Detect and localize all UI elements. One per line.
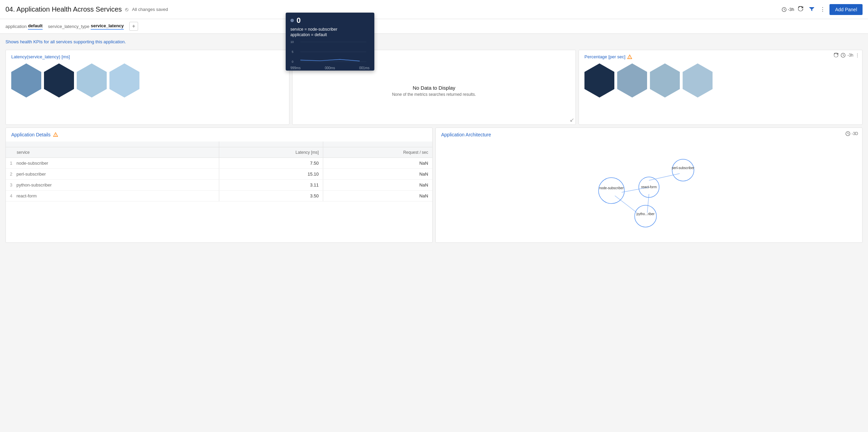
header: 04. Application Health Across Services ⎋… [0,0,868,19]
details-title: Application Details [11,132,50,137]
add-filter-button[interactable]: + [129,22,138,31]
x-label-2: 000ms [325,66,335,70]
header-left: 04. Application Health Across Services ⎋… [5,5,168,13]
clock-icon [782,7,787,12]
details-header: Application Details ! [6,128,432,141]
hex-1 [11,63,41,98]
tooltip-value: 0 [290,16,370,25]
svg-point-15 [599,178,625,204]
tooltip-dot [290,19,294,22]
application-filter[interactable]: application default [5,23,43,30]
col-request [323,141,432,147]
hex-4 [109,63,139,98]
table-row: 2perl-subscriber 15.10 NaN [6,169,432,180]
refresh-button[interactable] [797,5,805,14]
bottom-panels: Application Details ! service Latency [m… [5,128,863,243]
hex-3 [77,63,107,98]
svg-text:react-form: react-form [641,185,657,189]
filter-icon [809,6,814,12]
svg-text:pytho...riber: pytho...riber [637,212,655,216]
row-request: NaN [323,169,432,180]
error-rate-panel-actions: -3h ⋮ [834,53,859,58]
row-latency: 3.50 [219,191,323,202]
latency-panel-title: Latency(service_latency) [ms] [11,54,284,59]
latency-hexagons [11,63,284,98]
no-data-title: No Data to Display [413,85,455,91]
refresh-icon-small[interactable] [834,53,839,58]
row-latency: 3.11 [219,180,323,191]
error-rate-hexagons [584,63,857,98]
row-num: 3python-subscriber [6,180,219,191]
top-panels: Latency(service_latency) [ms] Requests [… [5,50,863,125]
row-request: NaN [323,158,432,169]
panel-more-button[interactable]: ⋮ [855,53,859,58]
err-hex-3 [650,63,680,98]
application-details-panel: Application Details ! service Latency [m… [5,128,433,243]
row-num: 4react-form [6,191,219,202]
svg-text:5: 5 [292,50,294,54]
col-service [6,141,219,147]
main-content: Shows health KPIs for all services suppo… [0,34,868,248]
err-hex-1 [584,63,614,98]
details-table: service Latency [ms] Request / sec 1node… [6,141,432,202]
tooltip-application: application = default [290,32,370,37]
header-right: -3h ⋮ Add Panel [782,4,863,15]
arch-time-range: -3D [852,131,858,136]
no-data-subtitle: None of the metrics searches returned re… [392,92,476,97]
filter-button[interactable] [808,5,816,14]
filter-bar: application default service_latency_type… [0,19,868,34]
svg-point-21 [635,205,657,227]
row-latency: 7.50 [219,158,323,169]
arch-3d-control[interactable]: -3D [845,131,858,136]
table-row: 4react-form 3.50 NaN [6,191,432,202]
row-request: NaN [323,191,432,202]
col-latency-header: Latency [ms] [219,147,323,158]
more-options-button[interactable]: ⋮ [819,5,827,14]
page-title: 04. Application Health Across Services [5,5,122,13]
service-latency-filter[interactable]: service_latency_type service_latency [48,23,124,30]
service-latency-filter-value: service_latency [91,23,124,30]
x-label-1: 999ms [290,66,301,70]
add-panel-button[interactable]: Add Panel [829,4,863,15]
architecture-svg: node-subscriber react-form perl-subscrib… [441,143,857,238]
share-icon[interactable]: ⎋ [125,6,129,13]
svg-line-13 [647,194,649,213]
error-rate-panel: Percentage [per sec] ! -3h ⋮ [579,50,863,125]
table-row: 1node-subscriber 7.50 NaN [6,158,432,169]
svg-text:0: 0 [292,60,294,63]
row-request: NaN [323,180,432,191]
err-hex-2 [617,63,647,98]
architecture-canvas: node-subscriber react-form perl-subscrib… [441,143,857,238]
col-service-header: service [6,147,219,158]
tooltip: 0 service = node-subscriber application … [286,13,374,71]
no-data-message: No Data to Display None of the metrics s… [298,63,570,118]
time-range-value: -3h [788,7,794,12]
svg-line-12 [649,174,680,180]
svg-text:node-subscriber: node-subscriber [599,186,624,190]
row-num: 1node-subscriber [6,158,219,169]
col-latency [219,141,323,147]
latency-panel: Latency(service_latency) [ms] [5,50,289,125]
application-filter-label: application [5,24,27,29]
svg-line-14 [615,196,637,213]
arch-clock-icon [845,131,850,136]
panel-time-range: -3h [848,53,853,58]
scroll-indicator: ↙ [570,117,574,123]
hex-2 [44,63,74,98]
description-text: Shows health KPIs for all services suppo… [5,39,863,44]
tooltip-x-labels: 999ms 000ms 001ms [290,66,370,70]
row-num: 2perl-subscriber [6,169,219,180]
saved-text: All changes saved [132,7,168,12]
time-range-selector[interactable]: -3h [782,7,794,12]
service-latency-filter-label: service_latency_type [48,24,89,29]
details-warning-icon: ! [53,132,58,137]
warning-icon: ! [627,55,632,59]
table-row: 3python-subscriber 3.11 NaN [6,180,432,191]
tooltip-chart-svg: 10 5 0 [290,40,370,64]
application-filter-value: default [28,23,43,30]
requests-panel: Requests [per sec] No Data to Display No… [292,50,576,125]
svg-text:10: 10 [290,40,294,44]
x-label-3: 001ms [359,66,370,70]
tooltip-service: service = node-subscriber [290,27,370,32]
arch-title: Application Architecture [441,132,491,137]
